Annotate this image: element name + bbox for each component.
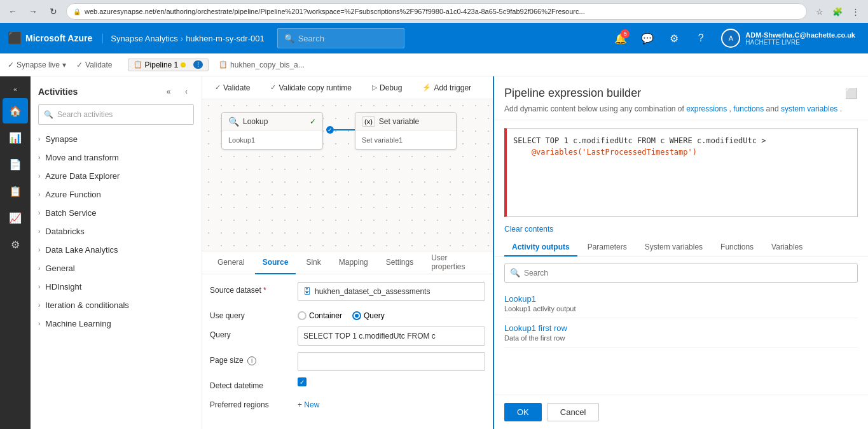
star-icon[interactable]: ☆ <box>812 4 827 19</box>
tab-general[interactable]: General <box>210 251 252 274</box>
address-bar[interactable]: 🔒 web.azuresynapse.net/en/authoring/orch… <box>66 3 807 20</box>
tab-settings[interactable]: Settings <box>378 251 421 274</box>
ok-button[interactable]: OK <box>504 403 542 421</box>
sidebar-manage-icon[interactable]: ⚙ <box>3 232 28 257</box>
feedback-icon[interactable]: 💬 <box>636 27 659 50</box>
help-icon[interactable]: ? <box>689 27 712 50</box>
activity-group-data-explorer[interactable]: › Azure Data Explorer <box>31 167 202 185</box>
expr-search[interactable]: 🔍 <box>504 264 858 283</box>
azure-search-bar[interactable]: 🔍 <box>277 28 404 48</box>
more-icon[interactable]: ⋮ <box>848 4 863 19</box>
cancel-button[interactable]: Cancel <box>547 403 599 421</box>
validate-runtime-btn[interactable]: ✓ Validate copy runtime <box>265 81 357 95</box>
activity-group-iteration[interactable]: › Iteration & conditionals <box>31 296 202 314</box>
sidebar-expand-btn[interactable]: « <box>3 81 28 97</box>
add-new-btn[interactable]: + New <box>298 397 319 409</box>
debug-label: Debug <box>380 83 402 92</box>
collapse-all-icon[interactable]: « <box>161 84 176 99</box>
lock-icon: 🔒 <box>73 8 81 15</box>
query-control[interactable]: SELECT TOP 1 c.modifiedUtc FROM c <box>298 327 485 346</box>
back-button[interactable]: ← <box>5 4 20 19</box>
source-dataset-control[interactable]: 🗄 hukhen_dataset_cb_assessments <box>298 282 485 301</box>
add-trigger-btn[interactable]: ⚡ Add trigger <box>417 81 476 95</box>
azure-logo[interactable]: ⬛ Microsoft Azure <box>8 31 102 45</box>
extensions-icon[interactable]: 🧩 <box>830 4 845 19</box>
expr-result-lookup1-firstrow[interactable]: Lookup1 first row Data of the first row <box>504 318 858 348</box>
synapse-live-tag[interactable]: ✓ Synapse live ▾ <box>8 60 66 69</box>
activities-search-input[interactable] <box>57 110 188 119</box>
lookup-node-icon: 🔍 <box>228 116 239 127</box>
close-btn[interactable]: ⬜ <box>845 87 858 99</box>
sidebar-icons: « 🏠 📊 📄 📋 📈 ⚙ <box>0 76 31 429</box>
detect-datetime-checkbox[interactable]: ✓ <box>298 377 307 386</box>
activity-group-label: Iteration & conditionals <box>45 300 129 310</box>
dataset-icon: 🗄 <box>303 287 311 296</box>
user-org: HACHETTE LIVRE <box>745 39 855 46</box>
canvas-toolbar: ✓ Validate ✓ Validate copy runtime ▷ Deb… <box>202 76 493 99</box>
lookup-node[interactable]: 🔍 Lookup ✓ Lookup1 <box>221 112 323 150</box>
activity-group-ml[interactable]: › Machine Learning <box>31 314 202 333</box>
expression-desc: Add dynamic content below using any comb… <box>504 104 858 115</box>
refresh-button[interactable]: ↻ <box>46 4 61 19</box>
expr-tab-activity-outputs[interactable]: Activity outputs <box>504 239 577 257</box>
validate-tag[interactable]: ✓ Validate <box>76 60 112 69</box>
page-size-info-icon[interactable]: i <box>247 356 256 365</box>
set-variable-node[interactable]: (x) Set variable Set variable1 <box>355 112 457 150</box>
user-info[interactable]: A ADM-Shwetha.C@hachette.co.uk HACHETTE … <box>716 29 860 48</box>
azure-search-input[interactable] <box>298 34 394 43</box>
sidebar-monitor-icon[interactable]: 📈 <box>3 205 28 230</box>
source-dataset-value: hukhen_dataset_cb_assessments <box>315 287 430 296</box>
canvas-area[interactable]: 🔍 Lookup ✓ Lookup1 ✓ <box>202 99 493 251</box>
expressions-link[interactable]: expressions <box>686 104 727 113</box>
expr-result-lookup1[interactable]: Lookup1 Lookup1 activity output <box>504 289 858 318</box>
breadcrumb-workspace[interactable]: hukhen-m-sy-sdr-001 <box>186 34 265 43</box>
activity-group-batch-service[interactable]: › Batch Service <box>31 204 202 222</box>
activity-group-synapse[interactable]: › Synapse <box>31 130 202 148</box>
workspace-selector[interactable]: 📋 Pipeline 1 ! <box>128 59 209 71</box>
source-dataset-row: Source dataset * 🗄 hukhen_dataset_cb_ass… <box>210 282 485 301</box>
system-variables-link[interactable]: system variables <box>781 104 837 113</box>
detect-datetime-label: Detect datetime <box>210 377 293 390</box>
query-value: SELECT TOP 1 c.modifiedUtc FROM c <box>303 332 436 341</box>
activity-group-databricks[interactable]: › Databricks <box>31 222 202 241</box>
forward-button[interactable]: → <box>25 4 41 19</box>
activity-group-general[interactable]: › General <box>31 259 202 278</box>
expr-tab-variables[interactable]: Variables <box>764 239 810 257</box>
breadcrumb-service[interactable]: Synapse Analytics <box>111 34 178 43</box>
tab-source[interactable]: Source <box>255 251 296 274</box>
expr-tab-parameters[interactable]: Parameters <box>580 239 635 257</box>
validate-btn[interactable]: ✓ Validate <box>210 81 255 95</box>
tab-sink[interactable]: Sink <box>298 251 328 274</box>
expr-search-input[interactable] <box>524 269 852 278</box>
collapse-icon[interactable]: ‹ <box>179 84 194 99</box>
and-text: and <box>766 104 781 113</box>
activities-search-box[interactable]: 🔍 <box>38 104 194 125</box>
notifications-icon[interactable]: 🔔 5 <box>609 27 632 50</box>
debug-btn[interactable]: ▷ Debug <box>367 81 407 95</box>
container-radio[interactable]: Container <box>298 311 342 320</box>
expr-tab-system-variables[interactable]: System variables <box>637 239 710 257</box>
clear-contents-btn[interactable]: Clear contents <box>504 225 868 234</box>
expr-tab-functions[interactable]: Functions <box>713 239 761 257</box>
sidebar-home-icon[interactable]: 🏠 <box>3 98 28 123</box>
sidebar-develop-icon[interactable]: 📄 <box>3 151 28 177</box>
sidebar-integrate-icon[interactable]: 📋 <box>3 178 28 204</box>
expr-result-firstrow-name: Lookup1 first row <box>504 323 858 333</box>
copy-tab[interactable]: 📋 hukhen_copy_bis_a... <box>219 60 305 69</box>
activity-group-datalake[interactable]: › Data Lake Analytics <box>31 241 202 259</box>
settings-icon[interactable]: ⚙ <box>663 27 685 50</box>
query-radio[interactable]: Query <box>352 311 385 320</box>
debug-icon: ▷ <box>372 83 377 92</box>
code-line2: @variables('LastProcessedTimestamp') <box>513 148 697 157</box>
tab-user-properties[interactable]: User properties <box>424 251 485 274</box>
functions-link[interactable]: functions <box>733 104 764 113</box>
expression-editor[interactable]: SELECT TOP 1 c.modifiedUtc FROM c WHERE … <box>504 128 858 217</box>
tab-mapping[interactable]: Mapping <box>331 251 376 274</box>
activity-group-hdinsight[interactable]: › HDInsight <box>31 278 202 296</box>
page-size-control[interactable] <box>298 352 485 371</box>
add-trigger-label: Add trigger <box>434 83 471 92</box>
sidebar-data-icon[interactable]: 📊 <box>3 125 28 150</box>
activity-group-move-transform[interactable]: › Move and transform <box>31 148 202 167</box>
expression-panel: Pipeline expression builder ⬜ Add dynami… <box>493 76 868 429</box>
activity-group-azure-function[interactable]: › Azure Function <box>31 185 202 204</box>
